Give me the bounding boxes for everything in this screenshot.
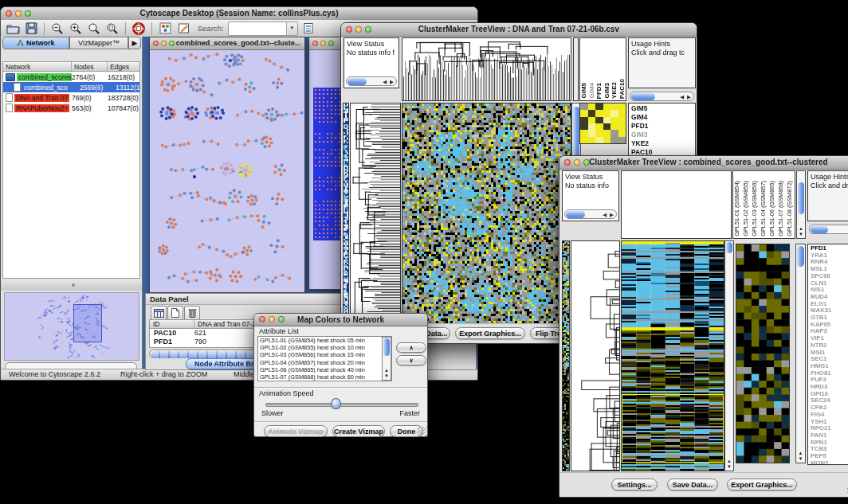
matrix-cell[interactable] [603,130,611,136]
search-input[interactable]: ▼ [228,21,298,36]
hscroll-thumb[interactable] [347,78,367,85]
scroll-arrows-icon[interactable]: ◀ ▶ [383,77,395,86]
treeview2-titlebar[interactable]: ClusterMaker TreeView : combined_scores_… [559,156,848,170]
scroll-arrows-icon[interactable]: ▲▼ [796,451,805,462]
matrix-cell[interactable] [595,123,603,130]
scroll-arrows-icon[interactable]: ▲▼ [797,226,805,237]
matrix-cell[interactable] [588,110,596,116]
scroll-arrows-icon[interactable]: ◀ ▶ [603,210,614,219]
row-label[interactable]: GIM5 [631,104,695,113]
matrix-cell[interactable] [595,110,603,116]
column-label[interactable]: YKE2 [611,82,618,99]
column-labels-vscrollbar[interactable]: ▲▼ [796,170,806,239]
close-button[interactable] [564,159,571,166]
column-label[interactable]: GPL51-06 (GSM865) [769,181,775,236]
attribute-list-item[interactable]: GPL51-07 (GSM868) heat shock 60 min [260,373,391,381]
usage-hints-hscrollbar[interactable] [809,225,848,234]
column-label[interactable]: GPL51-04 (GSM857) [760,181,766,236]
matrix-cell[interactable] [618,104,626,110]
vscroll-thumb[interactable] [798,182,804,214]
resize-grip[interactable] [418,427,426,436]
attribute-list-item[interactable]: GPL51-02 (GSM855) heat shock 10 min [260,344,391,351]
matrix-cell[interactable] [580,123,588,130]
matrix-cell[interactable] [595,104,603,110]
matrix-cell[interactable] [603,104,611,110]
tab-vizmapper[interactable]: VizMapper™ [69,37,128,49]
row-label[interactable]: GIM3 [631,131,695,139]
close-button[interactable] [346,26,352,33]
matrix-cell[interactable] [603,137,611,143]
matrix-cell[interactable] [610,137,618,143]
column-label[interactable]: GPL51-01 (GSM854) [734,181,740,236]
gene-label[interactable]: MON2 [811,460,848,465]
matrix-cell[interactable] [610,117,618,123]
close-button[interactable] [153,41,159,46]
close-button[interactable] [259,316,265,322]
heatmap-panel[interactable] [621,240,724,471]
vscroll-thumb[interactable] [383,338,390,356]
matrix-cell[interactable] [588,137,596,143]
zoom-in-icon[interactable] [69,21,83,36]
matrix-cell[interactable] [610,130,618,136]
save-session-icon[interactable] [24,21,38,36]
matrix-cell[interactable] [595,130,603,136]
zoom-selected-icon[interactable] [105,21,120,36]
export-graphics-button[interactable]: Export Graphics... [455,327,525,339]
column-label[interactable]: GIM3 [604,83,610,99]
help-lifering-icon[interactable] [132,21,146,36]
network-row[interactable]: RNAPuberNov2+ 563(0) 107847(0) [3,103,139,113]
minimize-button[interactable] [320,41,326,46]
matrix-cell[interactable] [580,104,588,110]
zoom-heatmap-panel[interactable] [736,244,790,463]
treeview1-titlebar[interactable]: ClusterMaker TreeView : DNA and Tran 07-… [341,23,697,37]
column-label[interactable]: GPL51-07 (GSM868) [778,181,783,236]
minimize-button[interactable] [15,10,22,17]
minimize-button[interactable] [574,159,580,166]
attribute-list-vscrollbar[interactable]: ▲▼ [382,337,391,381]
speed-slider-thumb[interactable] [331,398,341,409]
split-divider[interactable] [1,279,142,291]
minimize-button[interactable] [161,41,167,46]
zoom-button[interactable] [278,316,285,322]
vizmapper-palette-icon[interactable] [158,21,172,36]
col-header-id[interactable]: ID [150,320,194,328]
matrix-cell[interactable] [580,110,588,116]
matrix-cell[interactable] [588,123,596,130]
column-label[interactable]: PFD1 [596,83,603,99]
attribute-list-item[interactable]: GPL51-01 (GSM854) heat shock 05 min [260,337,391,344]
usage-hints-hscrollbar[interactable]: ◀ ▶ [630,92,694,101]
zoom-out-icon[interactable] [50,21,65,36]
zoom-button[interactable] [365,26,371,33]
hscroll-thumb[interactable] [566,211,585,218]
network-view-frame[interactable]: combined_scores_good.txt--cluste... [149,37,305,293]
attribute-list-item[interactable]: GPL51-03 (GSM856) heat shock 15 min [260,351,391,358]
network-row[interactable]: combined_scores 2764(0) 16218(0) [3,72,139,82]
matrix-cell[interactable] [580,137,588,143]
close-button[interactable] [6,10,12,17]
annotation-icon[interactable] [176,21,190,36]
matrix-cell[interactable] [580,130,588,136]
move-up-button[interactable]: ∧ [396,342,426,353]
network-graph-canvas[interactable] [151,49,304,292]
row-label[interactable]: YKE2 [631,139,695,148]
vscroll-thumb[interactable] [726,242,732,253]
col-header-edges[interactable]: Edges [108,62,139,71]
minimize-button[interactable] [355,26,362,33]
scroll-arrows-icon[interactable]: ▲▼ [725,459,733,470]
row-dendrogram-panel[interactable] [571,240,620,471]
view-status-hscrollbar[interactable]: ◀ ▶ [346,76,397,86]
matrix-cell[interactable] [595,137,603,143]
column-label[interactable]: GPL51-03 (GSM856) [752,181,757,236]
column-label[interactable]: GPL51-08 (GSM872) [787,181,792,236]
zoom-button[interactable] [169,41,175,46]
settings-button[interactable]: Settings... [611,479,658,490]
network-row[interactable]: combined_sco 2569(6) 13112(15) [3,82,139,92]
attribute-browser-icon[interactable] [302,21,316,36]
row-label[interactable]: GIM4 [631,113,695,122]
matrix-cell[interactable] [618,123,626,130]
tab-network[interactable]: Network [2,37,69,49]
view-status-hscrollbar[interactable]: ◀ ▶ [564,209,617,219]
vscroll-thumb[interactable] [797,246,804,267]
matrix-cell[interactable] [618,137,626,143]
matrix-cell[interactable] [588,130,596,136]
